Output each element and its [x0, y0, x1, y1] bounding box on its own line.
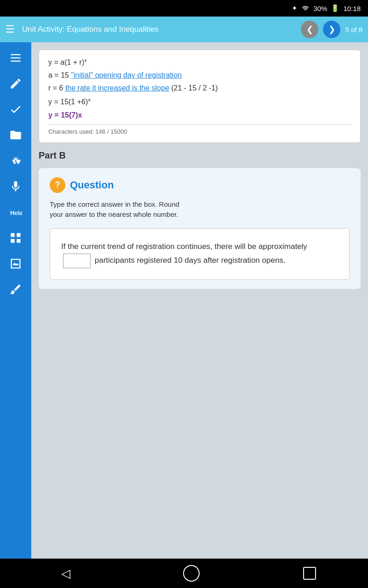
sidebar-item-graph[interactable]	[4, 252, 28, 276]
sidebar-item-grid[interactable]	[4, 226, 28, 250]
battery-icon: 🔋	[331, 4, 339, 12]
question-header: ? Question	[50, 177, 350, 193]
battery-level: 30%	[313, 5, 327, 12]
sidebar-item-pen[interactable]	[4, 277, 28, 301]
hamburger-icon[interactable]: ☰	[6, 23, 15, 35]
status-icons: ✦ 30% 🔋 10:18	[292, 4, 361, 13]
sidebar-item-menu[interactable]	[4, 46, 28, 70]
question-title: Question	[70, 179, 114, 191]
back-button[interactable]: ❮	[301, 21, 318, 38]
sidebar-item-check[interactable]	[4, 97, 28, 121]
question-icon: ?	[50, 177, 65, 193]
formula-line5: y = 15(7)x	[48, 111, 351, 119]
svg-rect-1	[11, 57, 21, 58]
back-nav-button[interactable]: ◁	[52, 560, 80, 587]
part-b-label: Part B	[39, 150, 361, 161]
sidebar-item-font[interactable]: Aa	[4, 149, 28, 173]
answer-card: y = a(1 + r)x a = 15 "initial" opening d…	[39, 50, 361, 143]
svg-text:Hola: Hola	[10, 209, 22, 216]
sidebar-item-folder[interactable]	[4, 123, 28, 147]
fill-in-text: If the current trend of registration con…	[61, 240, 338, 269]
sidebar-item-translate[interactable]: Hola	[4, 200, 28, 224]
status-bar: ✦ 30% 🔋 10:18	[0, 0, 368, 17]
sidebar-item-edit[interactable]	[4, 72, 28, 96]
bluetooth-icon: ✦	[292, 4, 298, 12]
question-card: ? Question Type the correct answer in th…	[39, 168, 361, 289]
page-title: Unit Activity: Equations and Inequalitie…	[22, 25, 296, 34]
formula-line1: y = a(1 + r)x	[48, 57, 351, 67]
top-nav: ☰ Unit Activity: Equations and Inequalit…	[0, 17, 368, 42]
final-formula: y = 15(7)x	[48, 111, 82, 119]
chars-used: Characters used: 146 / 15000	[48, 124, 351, 135]
approximately-text: approximately	[259, 242, 307, 251]
sidebar: Aa Hola	[0, 42, 31, 559]
svg-rect-0	[11, 54, 21, 55]
main-layout: Aa Hola y = a(1 + r)x a = 15 "i	[0, 42, 368, 559]
forward-button[interactable]: ❯	[323, 21, 340, 38]
bottom-nav: ◁	[0, 559, 368, 588]
link-slope: the rate it increased is the slope	[65, 84, 169, 92]
question-instruction: Type the correct answer in the box. Roun…	[50, 199, 350, 220]
sidebar-item-audio[interactable]	[4, 175, 28, 198]
link-initial: "initial" opening day of registration	[71, 71, 182, 79]
clock: 10:18	[343, 5, 361, 12]
formula-line4: y = 15(1 +6)x	[48, 97, 351, 106]
formula-line2: a = 15 "initial" opening day of registra…	[48, 71, 351, 79]
fill-in-card: If the current trend of registration con…	[50, 228, 350, 280]
svg-rect-2	[11, 61, 21, 62]
recents-button[interactable]	[303, 567, 316, 580]
formula-line3: r = 6 the rate it increased is the slope…	[48, 84, 351, 92]
content-area: y = a(1 + r)x a = 15 "initial" opening d…	[31, 42, 368, 559]
svg-text:Aa: Aa	[13, 156, 18, 160]
home-button[interactable]	[183, 565, 200, 582]
wifi-icon	[301, 4, 310, 13]
answer-input[interactable]	[63, 254, 91, 268]
page-indicator: 5 of 8	[345, 26, 362, 34]
